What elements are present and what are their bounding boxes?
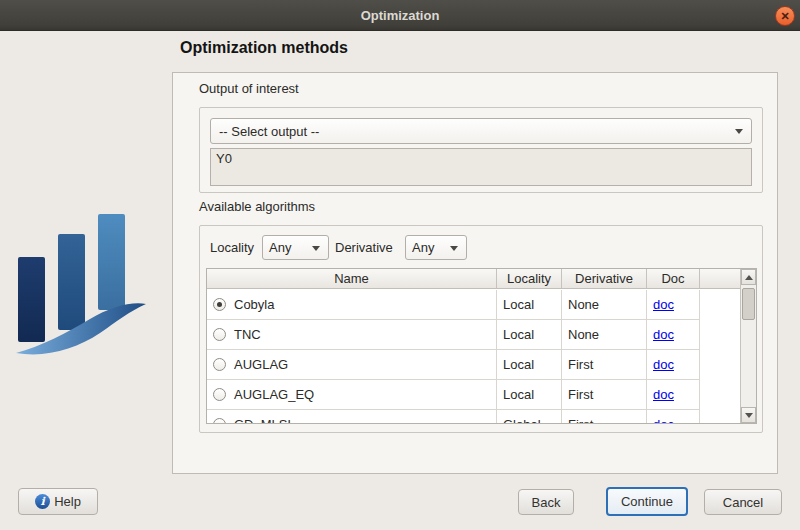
wizard-page-panel: Output of interest -- Select output -- Y… [172, 72, 778, 474]
chevron-down-icon [735, 129, 743, 134]
doc-link[interactable]: doc [653, 417, 674, 423]
derivative-cell: First [562, 350, 647, 380]
algorithm-name: TNC [234, 327, 261, 342]
algorithm-name: Cobyla [234, 297, 274, 312]
table-row[interactable]: CobylaLocalNonedoc [207, 290, 740, 320]
scroll-up-icon[interactable] [741, 269, 756, 285]
dialog-content: Optimization methods Output of interest … [0, 31, 800, 530]
table-row[interactable]: TNCLocalNonedoc [207, 320, 740, 350]
doc-link[interactable]: doc [653, 297, 674, 312]
doc-link[interactable]: doc [653, 357, 674, 372]
output-section-label: Output of interest [199, 81, 299, 96]
table-row[interactable]: AUGLAG_EQLocalFirstdoc [207, 380, 740, 410]
derivative-cell: None [562, 320, 647, 350]
doc-cell: doc [647, 410, 700, 423]
header-name[interactable]: Name [207, 269, 497, 288]
chevron-down-icon [312, 246, 320, 251]
output-select-value: -- Select output -- [219, 124, 319, 139]
scrollbar-thumb[interactable] [742, 288, 755, 320]
algorithm-name-cell[interactable]: AUGLAG_EQ [207, 380, 497, 410]
continue-button[interactable]: Continue [606, 487, 688, 516]
algorithms-groupbox: Locality Any Derivative Any Name Localit… [199, 225, 763, 433]
algorithm-name-cell[interactable]: GD_MLSL [207, 410, 497, 423]
locality-filter-label: Locality [210, 240, 254, 255]
derivative-filter-select[interactable]: Any [405, 235, 467, 260]
table-row[interactable]: AUGLAGLocalFirstdoc [207, 350, 740, 380]
locality-cell: Local [497, 350, 562, 380]
radio-icon[interactable] [213, 328, 226, 341]
window-title: Optimization [361, 8, 440, 23]
derivative-filter-label: Derivative [335, 240, 393, 255]
output-groupbox: -- Select output -- Y0 [199, 107, 763, 193]
algorithm-name: AUGLAG [234, 357, 288, 372]
derivative-cell: First [562, 410, 647, 423]
algorithm-name: AUGLAG_EQ [234, 387, 314, 402]
row-filler [700, 350, 740, 380]
locality-filter-value: Any [269, 240, 291, 255]
info-icon: i [35, 494, 50, 509]
algorithm-name-cell[interactable]: Cobyla [207, 290, 497, 320]
header-doc[interactable]: Doc [647, 269, 700, 288]
back-button[interactable]: Back [518, 489, 574, 515]
row-filler [700, 410, 740, 423]
titlebar[interactable]: Optimization ✕ [0, 0, 800, 31]
locality-cell: Local [497, 290, 562, 320]
outputs-list-field[interactable]: Y0 [210, 148, 752, 186]
doc-link[interactable]: doc [653, 387, 674, 402]
algorithm-name-cell[interactable]: TNC [207, 320, 497, 350]
table-scrollbar[interactable] [740, 269, 756, 423]
table-row[interactable]: GD_MLSLGlobalFirstdoc [207, 410, 740, 423]
algorithm-name-cell[interactable]: AUGLAG [207, 350, 497, 380]
page-title: Optimization methods [180, 39, 348, 57]
algorithms-table: Name Locality Derivative Doc CobylaLocal… [206, 268, 757, 424]
close-icon[interactable]: ✕ [775, 6, 795, 26]
radio-selected-icon[interactable] [213, 298, 226, 311]
logo-bar-1 [18, 257, 45, 342]
doc-link[interactable]: doc [653, 327, 674, 342]
radio-icon[interactable] [213, 418, 226, 423]
row-filler [700, 290, 740, 320]
optimization-dialog: Optimization ✕ Optimization methods Outp… [0, 0, 800, 530]
header-derivative[interactable]: Derivative [562, 269, 647, 288]
chevron-down-icon [450, 246, 458, 251]
algorithm-name: GD_MLSL [234, 417, 295, 423]
logo-bar-3 [98, 214, 125, 310]
doc-cell: doc [647, 290, 700, 320]
row-filler [700, 320, 740, 350]
algorithm-rows: CobylaLocalNonedocTNCLocalNonedocAUGLAGL… [207, 290, 740, 423]
locality-cell: Local [497, 320, 562, 350]
locality-filter-select[interactable]: Any [262, 235, 329, 260]
scroll-down-icon[interactable] [741, 407, 756, 423]
derivative-filter-value: Any [412, 240, 434, 255]
help-button-label: Help [54, 494, 81, 509]
radio-icon[interactable] [213, 388, 226, 401]
row-filler [700, 380, 740, 410]
derivative-cell: First [562, 380, 647, 410]
doc-cell: doc [647, 380, 700, 410]
doc-cell: doc [647, 320, 700, 350]
cancel-button[interactable]: Cancel [704, 489, 782, 515]
table-header-row: Name Locality Derivative Doc [207, 269, 756, 289]
header-locality[interactable]: Locality [497, 269, 562, 288]
locality-cell: Local [497, 380, 562, 410]
algorithms-section-label: Available algorithms [199, 199, 315, 214]
locality-cell: Global [497, 410, 562, 423]
output-select[interactable]: -- Select output -- [210, 118, 752, 144]
app-logo [14, 200, 162, 358]
radio-icon[interactable] [213, 358, 226, 371]
doc-cell: doc [647, 350, 700, 380]
help-button[interactable]: i Help [18, 488, 98, 515]
derivative-cell: None [562, 290, 647, 320]
logo-bar-2 [58, 234, 85, 330]
